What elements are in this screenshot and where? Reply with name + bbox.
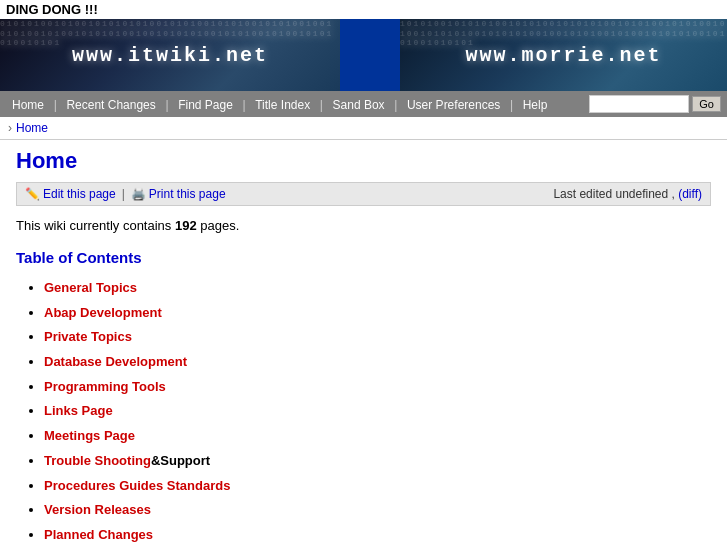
print-icon: 🖨️ — [131, 187, 146, 201]
banner-right: www.morrie.net — [400, 19, 727, 91]
banner-center — [340, 19, 400, 91]
toc-link-database-development[interactable]: Database Development — [44, 354, 187, 369]
nav-sand-box[interactable]: Sand Box — [327, 96, 391, 114]
edit-page-label: Edit this page — [43, 187, 116, 201]
search-input[interactable] — [589, 95, 689, 113]
print-page-link[interactable]: 🖨️ Print this page — [131, 187, 226, 201]
nav-bar: Home | Recent Changes | Find Page | Titl… — [0, 91, 727, 117]
toc-section: Table of Contents General Topics Abap De… — [16, 249, 711, 545]
list-item: Programming Tools — [44, 375, 711, 400]
nav-help[interactable]: Help — [517, 96, 554, 114]
toc-link-private-topics[interactable]: Private Topics — [44, 329, 132, 344]
page-title: Home — [16, 148, 711, 174]
toc-link-trouble-shooting[interactable]: Trouble Shooting — [44, 453, 151, 468]
banner-left-text: www.itwiki.net — [72, 44, 268, 67]
nav-sep-4: | — [320, 98, 323, 112]
actions-left: ✏️ Edit this page | 🖨️ Print this page — [25, 187, 226, 201]
toc-link-version-releases[interactable]: Version Releases — [44, 502, 151, 517]
toc-link-meetings-page[interactable]: Meetings Page — [44, 428, 135, 443]
nav-find-page[interactable]: Find Page — [172, 96, 239, 114]
trouble-shooting-suffix: &Support — [151, 453, 210, 468]
banner-left: www.itwiki.net — [0, 19, 340, 91]
toc-list: General Topics Abap Development Private … — [16, 276, 711, 545]
page-count: 192 — [175, 218, 197, 233]
list-item: General Topics — [44, 276, 711, 301]
toc-link-links-page[interactable]: Links Page — [44, 403, 113, 418]
stats-text-after: pages. — [200, 218, 239, 233]
list-item: Trouble Shooting&Support — [44, 449, 711, 474]
wiki-stats: This wiki currently contains 192 pages. — [16, 218, 711, 233]
nav-sep-5: | — [394, 98, 397, 112]
toc-link-abap-development[interactable]: Abap Development — [44, 305, 162, 320]
actions-separator: | — [122, 187, 125, 201]
notification-text: DING DONG !!! — [6, 2, 98, 17]
toc-link-planned-changes[interactable]: Planned Changes — [44, 527, 153, 542]
banner-right-text: www.morrie.net — [465, 44, 661, 67]
list-item: Planned Changes — [44, 523, 711, 545]
edit-icon: ✏️ — [25, 187, 40, 201]
toc-link-general-topics[interactable]: General Topics — [44, 280, 137, 295]
print-page-label: Print this page — [149, 187, 226, 201]
nav-recent-changes[interactable]: Recent Changes — [60, 96, 161, 114]
nav-title-index[interactable]: Title Index — [249, 96, 316, 114]
nav-sep-6: | — [510, 98, 513, 112]
list-item: Version Releases — [44, 498, 711, 523]
notification-bar: DING DONG !!! — [0, 0, 727, 19]
list-item: Links Page — [44, 399, 711, 424]
nav-user-preferences[interactable]: User Preferences — [401, 96, 506, 114]
nav-search: Go — [589, 95, 721, 113]
breadcrumb-arrow: › — [8, 121, 12, 135]
nav-links: Home | Recent Changes | Find Page | Titl… — [6, 97, 553, 112]
toc-link-procedures-guides-standards[interactable]: Procedures Guides Standards — [44, 478, 230, 493]
edit-page-link[interactable]: ✏️ Edit this page — [25, 187, 116, 201]
stats-text-before: This wiki currently contains — [16, 218, 171, 233]
list-item: Abap Development — [44, 301, 711, 326]
last-edited-info: Last edited undefined , (diff) — [553, 187, 702, 201]
nav-home[interactable]: Home — [6, 96, 50, 114]
breadcrumb: › Home — [0, 117, 727, 140]
nav-sep-3: | — [242, 98, 245, 112]
list-item: Procedures Guides Standards — [44, 474, 711, 499]
toc-title: Table of Contents — [16, 249, 711, 266]
actions-bar: ✏️ Edit this page | 🖨️ Print this page L… — [16, 182, 711, 206]
main-content: Home ✏️ Edit this page | 🖨️ Print this p… — [0, 140, 727, 545]
list-item: Meetings Page — [44, 424, 711, 449]
go-button[interactable]: Go — [692, 96, 721, 112]
nav-sep-2: | — [165, 98, 168, 112]
diff-link[interactable]: (diff) — [678, 187, 702, 201]
header-banner: www.itwiki.net www.morrie.net — [0, 19, 727, 91]
nav-sep-1: | — [54, 98, 57, 112]
toc-link-programming-tools[interactable]: Programming Tools — [44, 379, 166, 394]
last-edited-text: Last edited undefined , — [553, 187, 674, 201]
breadcrumb-home-link[interactable]: Home — [16, 121, 48, 135]
list-item: Private Topics — [44, 325, 711, 350]
list-item: Database Development — [44, 350, 711, 375]
